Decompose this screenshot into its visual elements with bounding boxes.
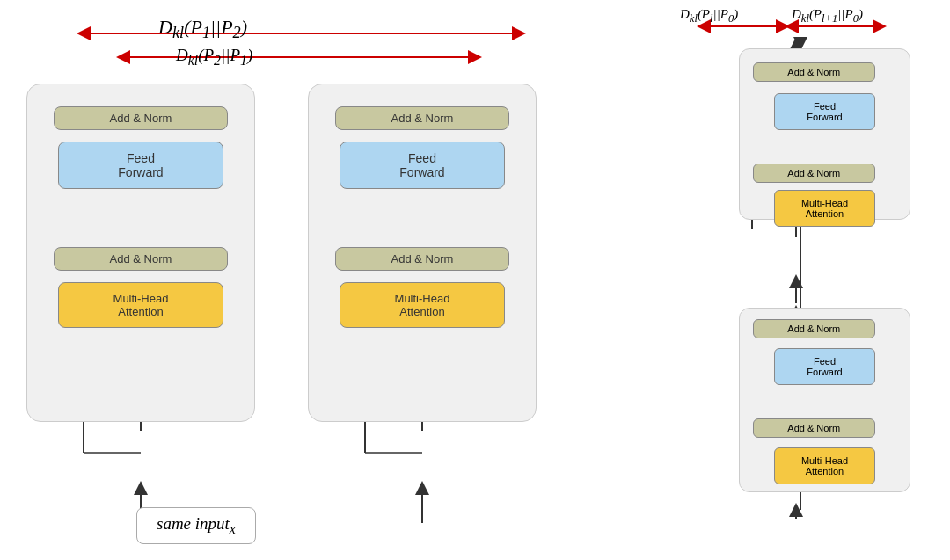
multi-head-upper-right: Multi-HeadAttention [774,190,875,227]
right-kl-label-l: Dkl(Pl||P0) [680,7,738,25]
feed-forward-lower-right: FeedForward [774,348,875,385]
same-input-label: same inputx [136,507,256,544]
multi-head-box-right: Multi-HeadAttention [340,282,505,328]
add-norm-box-bottom-right: Add & Norm [335,247,509,271]
multi-head-left: Multi-HeadAttention [58,282,223,328]
feed-forward-right: FeedForward [340,142,505,189]
multi-head-lower-right: Multi-HeadAttention [774,447,875,484]
add-norm-lower-right-top: Add & Norm [753,319,875,338]
add-norm-upper-right-bottom: Add & Norm [753,164,875,183]
add-norm-ff-left: Add & Norm [54,106,228,130]
transformer-block-upper-right: Add & Norm FeedForward Add & Norm Multi-… [739,48,910,220]
add-norm-ff-right: Add & Norm [335,106,509,130]
add-norm-box-top-left: Add & Norm [54,106,228,130]
diagram-container: Dkl(P1||P2) Dkl(P2||P1) Add & Norm FeedF… [0,0,950,560]
feed-forward-upper-right: FeedForward [774,93,875,130]
kl-label-p1p2: Dkl(P1||P2) [158,16,247,42]
add-norm-box-top-right: Add & Norm [335,106,509,130]
add-norm-lower-right-bottom: Add & Norm [753,418,875,438]
multi-head-box-left: Multi-HeadAttention [58,282,223,328]
add-norm-mha-left: Add & Norm [54,247,228,271]
feed-forward-box-left: FeedForward [58,142,223,189]
add-norm-upper-right-top: Add & Norm [753,62,875,82]
transformer-block-left: Add & Norm FeedForward Add & Norm Multi-… [26,84,255,422]
right-kl-label-l1: Dkl(Pl+1||P0) [792,7,863,25]
multi-head-right: Multi-HeadAttention [340,282,505,328]
transformer-block-lower-right: Add & Norm FeedForward Add & Norm Multi-… [739,308,910,492]
kl-label-p2p1: Dkl(P2||P1) [176,46,252,69]
add-norm-box-bottom-left: Add & Norm [54,247,228,271]
transformer-block-right: Add & Norm FeedForward Add & Norm Multi-… [308,84,537,422]
add-norm-mha-right: Add & Norm [335,247,509,271]
feed-forward-box-right: FeedForward [340,142,505,189]
feed-forward-left: FeedForward [58,142,223,189]
